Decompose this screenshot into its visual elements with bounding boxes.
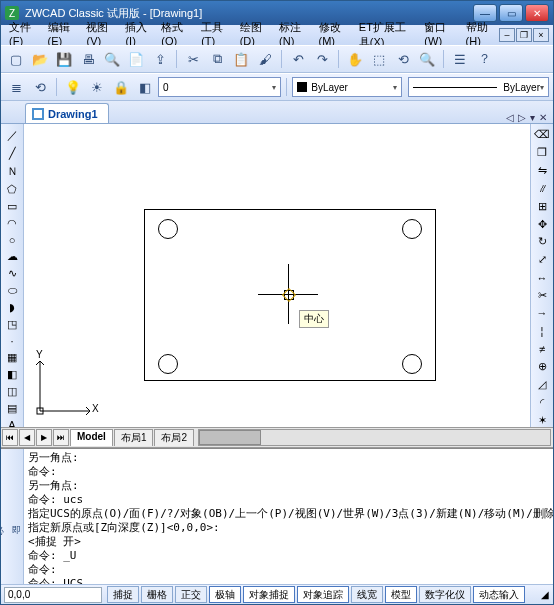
color-swatch-icon[interactable]: ◧ bbox=[134, 76, 156, 98]
layout-first-button[interactable]: ⏮ bbox=[2, 429, 18, 446]
explode-icon[interactable]: ✶ bbox=[533, 413, 551, 427]
chevron-down-icon: ▾ bbox=[272, 83, 276, 92]
sun-icon[interactable]: ☀ bbox=[86, 76, 108, 98]
copy-icon[interactable]: ⧉ bbox=[206, 48, 228, 70]
linetype-combo[interactable]: ByLayer ▾ bbox=[408, 77, 549, 97]
gradient-icon[interactable]: ◧ bbox=[3, 368, 21, 381]
status-toggle[interactable]: 对象捕捉 bbox=[243, 586, 295, 603]
bulb-icon[interactable]: 💡 bbox=[62, 76, 84, 98]
layer-mgr-icon[interactable]: ≣ bbox=[5, 76, 27, 98]
tab-close-icon[interactable]: ✕ bbox=[539, 112, 547, 123]
break-icon[interactable]: ≠ bbox=[533, 342, 551, 356]
horizontal-scrollbar[interactable] bbox=[198, 429, 551, 446]
coordinate-readout[interactable]: 0,0,0 bbox=[4, 587, 102, 603]
new-file-icon[interactable]: ▢ bbox=[5, 48, 27, 70]
xline-icon[interactable]: ╱ bbox=[3, 147, 21, 160]
move-icon[interactable]: ✥ bbox=[533, 217, 551, 231]
color-combo[interactable]: ByLayer ▾ bbox=[292, 77, 402, 97]
zoom-window-icon[interactable]: ⬚ bbox=[368, 48, 390, 70]
revcloud-icon[interactable]: ☁ bbox=[3, 250, 21, 263]
paste-icon[interactable]: 📋 bbox=[230, 48, 252, 70]
array-icon[interactable]: ⊞ bbox=[533, 199, 551, 213]
layout-tab[interactable]: Model bbox=[70, 429, 113, 446]
fillet-icon[interactable]: ◜ bbox=[533, 395, 551, 409]
mirror-icon[interactable]: ⇋ bbox=[533, 164, 551, 178]
scrollbar-thumb[interactable] bbox=[199, 430, 261, 445]
help-icon[interactable]: ？ bbox=[473, 48, 495, 70]
break-at-icon[interactable]: ¦ bbox=[533, 324, 551, 338]
copy-obj-icon[interactable]: ❐ bbox=[533, 146, 551, 160]
layer-prev-icon[interactable]: ⟲ bbox=[29, 76, 51, 98]
block-icon[interactable]: ◳ bbox=[3, 318, 21, 331]
status-toggle[interactable]: 正交 bbox=[175, 586, 207, 603]
close-button[interactable]: ✕ bbox=[525, 4, 549, 22]
document-tab[interactable]: Drawing1 bbox=[25, 103, 109, 123]
status-toggle[interactable]: 线宽 bbox=[351, 586, 383, 603]
layout-last-button[interactable]: ⏭ bbox=[53, 429, 69, 446]
tab-menu-icon[interactable]: ▾ bbox=[530, 112, 535, 123]
status-toggle[interactable]: 模型 bbox=[385, 586, 417, 603]
table-icon[interactable]: ▤ bbox=[3, 402, 21, 415]
mdi-minimize-button[interactable]: – bbox=[499, 28, 515, 42]
properties-icon[interactable]: ☰ bbox=[449, 48, 471, 70]
status-resize-grip-icon[interactable]: ◢ bbox=[541, 589, 553, 600]
mdi-restore-button[interactable]: ❐ bbox=[516, 28, 532, 42]
status-toggle[interactable]: 捕捉 bbox=[107, 586, 139, 603]
snap-tooltip: 中心 bbox=[299, 310, 329, 328]
status-toggle[interactable]: 数字化仪 bbox=[419, 586, 471, 603]
drawing-canvas[interactable]: 中心 X Y bbox=[24, 124, 530, 427]
circle-icon[interactable]: ○ bbox=[3, 234, 21, 246]
tab-prev-icon[interactable]: ◁ bbox=[506, 112, 514, 123]
save-icon[interactable]: 💾 bbox=[53, 48, 75, 70]
spline-icon[interactable]: ∿ bbox=[3, 267, 21, 280]
layout-prev-button[interactable]: ◀ bbox=[19, 429, 35, 446]
region-icon[interactable]: ◫ bbox=[3, 385, 21, 398]
stretch-icon[interactable]: ↔ bbox=[533, 271, 551, 285]
tab-next-icon[interactable]: ▷ bbox=[518, 112, 526, 123]
drawn-circle bbox=[402, 219, 422, 239]
undo-icon[interactable]: ↶ bbox=[287, 48, 309, 70]
erase-icon[interactable]: ⌫ bbox=[533, 128, 551, 142]
status-toggle[interactable]: 极轴 bbox=[209, 586, 241, 603]
maximize-button[interactable]: ▭ bbox=[499, 4, 523, 22]
chevron-down-icon: ▾ bbox=[540, 83, 544, 92]
status-toggle[interactable]: 动态输入 bbox=[473, 586, 525, 603]
layout-next-button[interactable]: ▶ bbox=[36, 429, 52, 446]
join-icon[interactable]: ⊕ bbox=[533, 360, 551, 374]
polyline-icon[interactable]: Ｎ bbox=[3, 164, 21, 179]
mdi-close-button[interactable]: × bbox=[533, 28, 549, 42]
open-icon[interactable]: 📂 bbox=[29, 48, 51, 70]
ellipse-icon[interactable]: ⬭ bbox=[3, 284, 21, 297]
arc-icon[interactable]: ◠ bbox=[3, 217, 21, 230]
lock-icon[interactable]: 🔒 bbox=[110, 76, 132, 98]
rectangle-icon[interactable]: ▭ bbox=[3, 200, 21, 213]
print-icon[interactable]: 🖶 bbox=[77, 48, 99, 70]
hatch-icon[interactable]: ▦ bbox=[3, 351, 21, 364]
command-history[interactable]: 另一角点: 命令: 另一角点: 命令: ucs 指定UCS的原点(O)/面(F)… bbox=[24, 449, 553, 584]
zoom-prev-icon[interactable]: ⟲ bbox=[392, 48, 414, 70]
extend-icon[interactable]: → bbox=[533, 306, 551, 320]
ellipse-arc-icon[interactable]: ◗ bbox=[3, 301, 21, 314]
match-prop-icon[interactable]: 🖌 bbox=[254, 48, 276, 70]
polygon-icon[interactable]: ⬠ bbox=[3, 183, 21, 196]
rotate-icon[interactable]: ↻ bbox=[533, 235, 551, 249]
pan-icon[interactable]: ✋ bbox=[344, 48, 366, 70]
layer-combo[interactable]: 0 ▾ bbox=[158, 77, 281, 97]
point-icon[interactable]: · bbox=[3, 335, 21, 347]
trim-icon[interactable]: ✂ bbox=[533, 288, 551, 302]
plot-icon[interactable]: 📄 bbox=[125, 48, 147, 70]
command-gutter: 即必ITE bbox=[1, 449, 24, 584]
print-preview-icon[interactable]: 🔍 bbox=[101, 48, 123, 70]
offset-icon[interactable]: ⫽ bbox=[533, 181, 551, 195]
line-icon[interactable]: ／ bbox=[3, 128, 21, 143]
publish-icon[interactable]: ⇪ bbox=[149, 48, 171, 70]
cut-icon[interactable]: ✂ bbox=[182, 48, 204, 70]
chamfer-icon[interactable]: ◿ bbox=[533, 378, 551, 392]
status-toggle[interactable]: 栅格 bbox=[141, 586, 173, 603]
layout-tab[interactable]: 布局2 bbox=[154, 429, 194, 446]
scale-icon[interactable]: ⤢ bbox=[533, 253, 551, 267]
zoom-icon[interactable]: 🔍 bbox=[416, 48, 438, 70]
layout-tab[interactable]: 布局1 bbox=[114, 429, 154, 446]
redo-icon[interactable]: ↷ bbox=[311, 48, 333, 70]
status-toggle[interactable]: 对象追踪 bbox=[297, 586, 349, 603]
